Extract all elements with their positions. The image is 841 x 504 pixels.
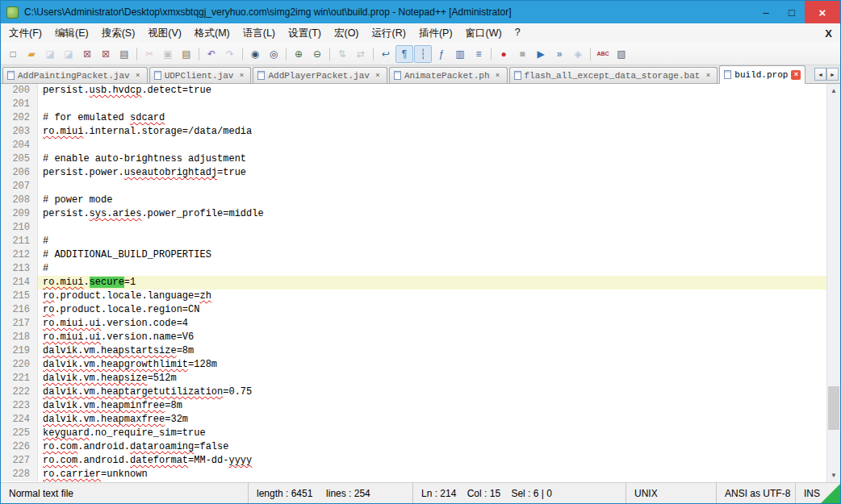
tab-addplayerpacket-jav[interactable]: AddPlayerPacket.jav× (253, 67, 387, 83)
new-file-button[interactable]: □ (4, 45, 22, 63)
copy-button[interactable]: ▣ (159, 45, 177, 63)
tab-flash-all-except-data-storage-bat[interactable]: flash_all_except_data_storage.bat× (509, 67, 718, 83)
zoom-out-button[interactable]: ⊖ (308, 45, 326, 63)
code-text[interactable] (38, 180, 826, 194)
code-text[interactable]: # enable auto-brightness adjustment (38, 152, 826, 166)
code-text[interactable]: dalvik.vm.heaptargetutilization=0.75 (38, 385, 826, 399)
scroll-up-icon[interactable]: ▲ (827, 84, 840, 98)
word-wrap-button[interactable]: ↩ (377, 45, 395, 63)
editor-area[interactable]: 200persist.usb.hvdcp.detect=true201202# … (1, 84, 840, 482)
code-text[interactable] (38, 98, 826, 111)
menu-item-1[interactable]: 编辑(E) (48, 23, 95, 44)
code-text[interactable]: # power mode (38, 194, 826, 207)
code-text[interactable]: ro.miui.secure=1 (38, 276, 826, 289)
save-macro-button[interactable]: ◈ (569, 45, 587, 63)
code-text[interactable]: persist.usb.hvdcp.detect=true (38, 84, 826, 98)
menu-item-7[interactable]: 宏(O) (328, 23, 366, 44)
code-text[interactable]: ro.miui.ui.version.code=4 (38, 317, 826, 331)
tab-close-icon[interactable]: × (493, 71, 503, 81)
open-folder-button[interactable]: ▰ (23, 45, 40, 63)
tab-addpaintingpacket-jav[interactable]: AddPaintingPacket.jav× (2, 67, 148, 83)
tab-close-icon[interactable]: × (703, 71, 713, 81)
code-text[interactable]: keyguard.no_require_sim=true (38, 427, 826, 440)
sync-horizontal-scroll-button[interactable]: ⇄ (352, 45, 370, 63)
tab-udpclient-jav[interactable]: UDPClient.jav× (149, 67, 252, 83)
tab-scroll-left-icon[interactable]: ◄ (814, 68, 826, 81)
save-all-button[interactable]: ◪ (60, 45, 77, 63)
minimize-button[interactable]: – (753, 1, 779, 23)
code-text[interactable]: persist.sys.aries.power_profile=middle (38, 207, 826, 221)
doc-monitor-button[interactable]: ▧ (613, 45, 630, 63)
menu-item-4[interactable]: 格式(M) (188, 23, 236, 44)
paste-button[interactable]: ▤ (178, 45, 195, 63)
code-text[interactable]: ro.product.locale.region=CN (38, 303, 826, 317)
code-text[interactable]: dalvik.vm.heapsize=512m (38, 372, 826, 385)
tab-close-icon[interactable]: × (373, 71, 383, 81)
close-all-button[interactable]: ⊠ (97, 45, 115, 63)
tab-close-icon[interactable]: × (236, 71, 246, 81)
tab-build-prop[interactable]: build.prop× (719, 65, 805, 84)
scroll-down-icon[interactable]: ▼ (827, 469, 840, 482)
code-text[interactable]: dalvik.vm.heapminfree=8m (38, 399, 826, 413)
code-text[interactable]: ro.product.locale.language=zh (38, 289, 826, 303)
replace-button[interactable]: ◎ (265, 45, 282, 63)
code-text[interactable]: # (38, 262, 826, 276)
code-segment: =128m (188, 359, 217, 370)
run-macro-multiple-button[interactable]: » (550, 45, 568, 63)
tab-scroll-right-icon[interactable]: ► (826, 68, 839, 81)
code-text[interactable]: ro.com.android.dataroaming=false (38, 440, 826, 454)
undo-button[interactable]: ↶ (203, 45, 220, 63)
maximize-button[interactable]: □ (779, 1, 805, 23)
code-text[interactable]: ro.carrier=unknown (38, 468, 826, 481)
show-all-characters-button[interactable]: ¶ (395, 45, 413, 63)
code-text[interactable]: ro.com.android.dateformat=MM-dd-yyyy (38, 454, 826, 468)
redo-button[interactable]: ↷ (221, 45, 239, 63)
document-switcher-button[interactable]: ≡ (470, 45, 487, 63)
tab-close-icon[interactable]: × (791, 70, 801, 80)
sync-vertical-scroll-button[interactable]: ⇅ (333, 45, 351, 63)
play-macro-button[interactable]: ▶ (532, 45, 550, 63)
close-button[interactable]: × (805, 1, 840, 23)
code-segment: =32m (165, 414, 188, 425)
status-encoding[interactable]: ANSI as UTF-8 (716, 483, 795, 503)
code-text[interactable]: # (38, 235, 826, 248)
menu-item-5[interactable]: 语言(L) (236, 23, 282, 44)
spell-check-button[interactable]: ABC (594, 45, 612, 63)
code-text[interactable]: # for emulated sdcard (38, 111, 826, 125)
menu-item-8[interactable]: 运行(R) (366, 23, 412, 44)
menu-item-11[interactable]: ? (508, 23, 527, 44)
code-text[interactable]: dalvik.vm.heapstartsize=8m (38, 344, 826, 358)
menu-item-6[interactable]: 设置(T) (282, 23, 328, 44)
code-text[interactable]: # ADDITIONAL_BUILD_PROPERTIES (38, 248, 826, 262)
document-map-button[interactable]: ▥ (451, 45, 469, 63)
close-file-button[interactable]: ⊠ (78, 45, 96, 63)
code-text[interactable] (38, 139, 826, 152)
stop-macro-button[interactable]: ■ (513, 45, 531, 63)
find-button[interactable]: ◉ (246, 45, 264, 63)
code-text[interactable] (38, 221, 826, 235)
menu-item-10[interactable]: 窗口(W) (459, 23, 508, 44)
menu-item-2[interactable]: 搜索(S) (95, 23, 142, 44)
menu-item-0[interactable]: 文件(F) (2, 23, 48, 44)
code-text[interactable]: ro.miui.ui.version.name=V6 (38, 331, 826, 344)
cut-button[interactable]: ✂ (140, 45, 158, 63)
document-close-button[interactable]: X (825, 27, 832, 40)
record-macro-button[interactable]: ● (495, 45, 513, 63)
scrollbar-thumb[interactable] (828, 386, 839, 430)
resize-grip-icon[interactable] (821, 484, 840, 503)
menu-item-3[interactable]: 视图(V) (141, 23, 188, 44)
status-eol-format[interactable]: UNIX (626, 483, 716, 503)
menu-item-9[interactable]: 插件(P) (412, 23, 459, 44)
vertical-scrollbar[interactable]: ▲ ▼ (826, 84, 840, 482)
indent-guide-button[interactable]: ┆ (414, 45, 432, 63)
save-file-button[interactable]: ◪ (41, 45, 59, 63)
tab-animatepacket-ph[interactable]: AnimatePacket.ph× (389, 67, 508, 83)
zoom-in-button[interactable]: ⊕ (290, 45, 308, 63)
tab-close-icon[interactable]: × (133, 71, 143, 81)
code-text[interactable]: persist.power.useautobrightadj=true (38, 166, 826, 180)
code-text[interactable]: dalvik.vm.heapmaxfree=32m (38, 413, 826, 427)
print-button[interactable]: ▤ (115, 45, 133, 63)
code-text[interactable]: ro.miui.internal.storage=/data/media (38, 125, 826, 139)
function-list-button[interactable]: ƒ (433, 45, 450, 63)
code-text[interactable]: dalvik.vm.heapgrowthlimit=128m (38, 358, 826, 372)
